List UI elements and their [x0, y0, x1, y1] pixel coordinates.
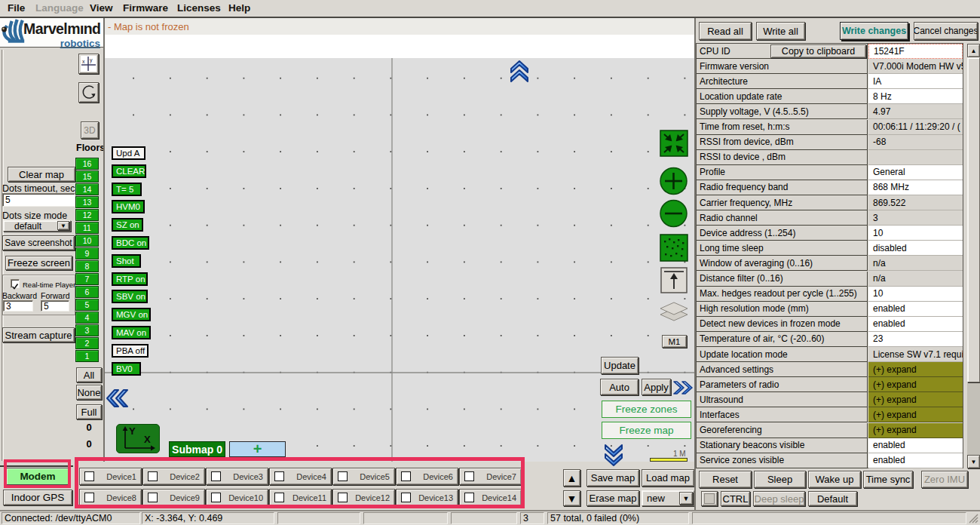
svg-text:X: X — [144, 434, 151, 445]
svg-text:Y: Y — [129, 425, 136, 437]
svg-text:x: x — [82, 59, 85, 64]
svg-text:y: y — [90, 57, 93, 63]
